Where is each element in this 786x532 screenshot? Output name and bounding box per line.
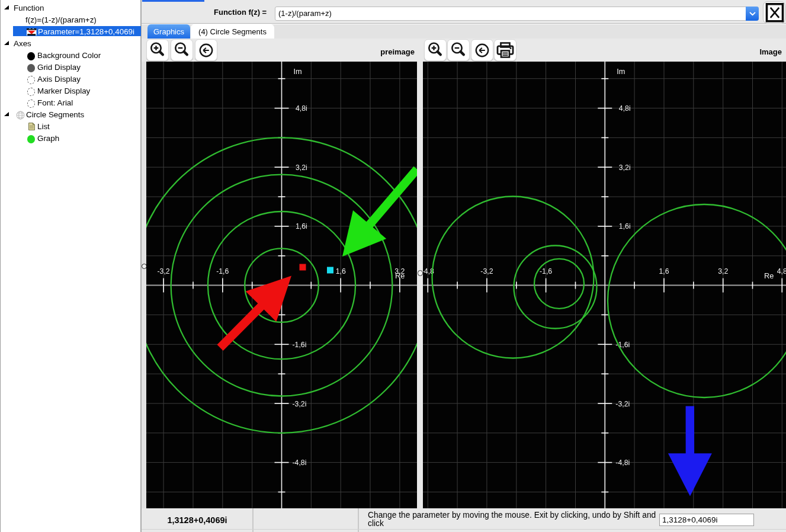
svg-text:-3,2: -3,2 [480,267,493,275]
svg-text:4,8i: 4,8i [296,104,307,113]
svg-text:Im: Im [294,67,302,76]
svg-text:1,6i: 1,6i [619,222,631,230]
svg-text:1,6i: 1,6i [296,222,307,230]
svg-text:-1,6i: -1,6i [293,341,307,349]
svg-text:-3,2: -3,2 [157,267,169,275]
svg-text:1,6: 1,6 [659,267,669,275]
svg-text:Re: Re [395,271,405,280]
svg-text:-3,2i: -3,2i [615,400,630,408]
svg-text:3,2: 3,2 [718,267,728,275]
svg-text:3,2i: 3,2i [619,164,631,172]
svg-text:1,6: 1,6 [336,267,346,275]
svg-text:Im: Im [617,67,625,76]
svg-text:Re: Re [764,271,774,280]
svg-text:-3,2i: -3,2i [293,400,307,408]
svg-text:4,8i: 4,8i [619,104,631,113]
svg-text:4,8: 4,8 [777,267,786,275]
svg-text:3,2i: 3,2i [296,164,307,172]
svg-text:-4,8i: -4,8i [615,459,630,467]
svg-text:-1,6: -1,6 [540,267,552,275]
svg-text:-4,8i: -4,8i [293,459,307,467]
svg-text:-1,6: -1,6 [216,267,229,275]
